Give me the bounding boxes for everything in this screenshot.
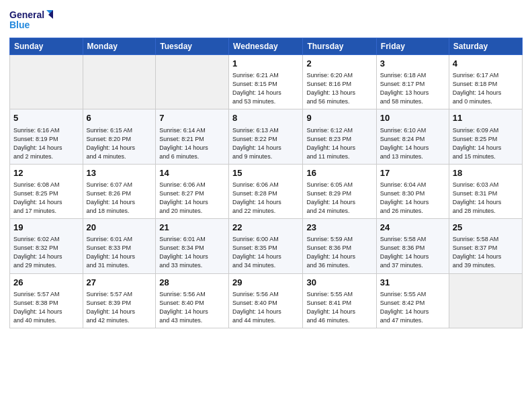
day-number: 6: [87, 112, 152, 124]
calendar-cell: 19Sunrise: 6:02 AM Sunset: 8:32 PM Dayli…: [10, 219, 83, 273]
week-row-4: 19Sunrise: 6:02 AM Sunset: 8:32 PM Dayli…: [10, 219, 523, 273]
day-number: 5: [13, 112, 79, 124]
calendar-cell: 4Sunrise: 6:17 AM Sunset: 8:18 PM Daylig…: [449, 55, 522, 109]
day-info: Sunrise: 6:13 AM Sunset: 8:22 PM Dayligh…: [232, 126, 299, 161]
header: General Blue: [9, 7, 523, 34]
calendar-cell: 30Sunrise: 5:55 AM Sunset: 8:41 PM Dayli…: [303, 273, 376, 328]
day-number: 11: [453, 112, 519, 124]
week-row-5: 26Sunrise: 5:57 AM Sunset: 8:38 PM Dayli…: [10, 273, 523, 328]
calendar-cell: [156, 55, 229, 109]
day-number: 30: [306, 277, 372, 289]
day-number: 13: [87, 167, 152, 179]
calendar-cell: [10, 55, 83, 109]
day-number: 29: [232, 277, 299, 289]
day-info: Sunrise: 5:55 AM Sunset: 8:42 PM Dayligh…: [380, 290, 445, 325]
calendar-cell: 31Sunrise: 5:55 AM Sunset: 8:42 PM Dayli…: [376, 273, 449, 328]
weekday-monday: Monday: [83, 38, 156, 55]
day-number: 1: [232, 58, 299, 70]
day-info: Sunrise: 6:14 AM Sunset: 8:21 PM Dayligh…: [159, 126, 225, 161]
day-number: 10: [380, 112, 445, 124]
day-number: 18: [453, 167, 519, 179]
day-info: Sunrise: 6:18 AM Sunset: 8:17 PM Dayligh…: [380, 71, 445, 106]
day-info: Sunrise: 6:09 AM Sunset: 8:25 PM Dayligh…: [453, 126, 519, 161]
day-number: 28: [159, 277, 225, 289]
day-number: 15: [232, 167, 299, 179]
day-info: Sunrise: 6:17 AM Sunset: 8:18 PM Dayligh…: [453, 71, 519, 106]
day-info: Sunrise: 5:59 AM Sunset: 8:36 PM Dayligh…: [306, 235, 372, 270]
day-number: 20: [87, 222, 152, 234]
day-info: Sunrise: 5:57 AM Sunset: 8:39 PM Dayligh…: [87, 290, 152, 325]
day-info: Sunrise: 6:03 AM Sunset: 8:31 PM Dayligh…: [453, 181, 519, 216]
week-row-2: 5Sunrise: 6:16 AM Sunset: 8:19 PM Daylig…: [10, 109, 523, 164]
calendar-cell: 29Sunrise: 5:56 AM Sunset: 8:40 PM Dayli…: [229, 273, 303, 328]
calendar-cell: [449, 273, 522, 328]
calendar-cell: 5Sunrise: 6:16 AM Sunset: 8:19 PM Daylig…: [10, 109, 83, 164]
calendar-cell: 1Sunrise: 6:21 AM Sunset: 8:15 PM Daylig…: [229, 55, 303, 109]
calendar-cell: 13Sunrise: 6:07 AM Sunset: 8:26 PM Dayli…: [83, 164, 156, 218]
calendar-cell: 11Sunrise: 6:09 AM Sunset: 8:25 PM Dayli…: [449, 109, 522, 164]
calendar-cell: 20Sunrise: 6:01 AM Sunset: 8:33 PM Dayli…: [83, 219, 156, 273]
calendar-cell: 8Sunrise: 6:13 AM Sunset: 8:22 PM Daylig…: [229, 109, 303, 164]
weekday-friday: Friday: [376, 38, 449, 55]
day-info: Sunrise: 5:56 AM Sunset: 8:40 PM Dayligh…: [159, 290, 225, 325]
calendar-cell: 21Sunrise: 6:01 AM Sunset: 8:34 PM Dayli…: [156, 219, 229, 273]
day-number: 9: [306, 112, 372, 124]
day-info: Sunrise: 6:15 AM Sunset: 8:20 PM Dayligh…: [87, 126, 152, 161]
day-info: Sunrise: 6:12 AM Sunset: 8:23 PM Dayligh…: [306, 126, 372, 161]
day-info: Sunrise: 6:07 AM Sunset: 8:26 PM Dayligh…: [87, 181, 152, 216]
day-info: Sunrise: 6:05 AM Sunset: 8:29 PM Dayligh…: [306, 181, 372, 216]
calendar-cell: 22Sunrise: 6:00 AM Sunset: 8:35 PM Dayli…: [229, 219, 303, 273]
day-info: Sunrise: 6:01 AM Sunset: 8:34 PM Dayligh…: [159, 235, 225, 270]
logo: General Blue: [9, 7, 56, 34]
calendar-cell: 3Sunrise: 6:18 AM Sunset: 8:17 PM Daylig…: [376, 55, 449, 109]
day-info: Sunrise: 6:20 AM Sunset: 8:16 PM Dayligh…: [306, 71, 372, 106]
week-row-3: 12Sunrise: 6:08 AM Sunset: 8:25 PM Dayli…: [10, 164, 523, 218]
calendar-cell: 23Sunrise: 5:59 AM Sunset: 8:36 PM Dayli…: [303, 219, 376, 273]
logo-svg: General Blue: [9, 7, 56, 34]
calendar-cell: [83, 55, 156, 109]
day-number: 2: [306, 58, 372, 70]
day-number: 25: [453, 222, 519, 234]
day-info: Sunrise: 6:06 AM Sunset: 8:28 PM Dayligh…: [232, 181, 299, 216]
day-number: 12: [13, 167, 79, 179]
calendar-cell: 6Sunrise: 6:15 AM Sunset: 8:20 PM Daylig…: [83, 109, 156, 164]
calendar-cell: 9Sunrise: 6:12 AM Sunset: 8:23 PM Daylig…: [303, 109, 376, 164]
day-info: Sunrise: 6:01 AM Sunset: 8:33 PM Dayligh…: [87, 235, 152, 270]
day-number: 23: [306, 222, 372, 234]
day-number: 27: [87, 277, 152, 289]
day-info: Sunrise: 6:16 AM Sunset: 8:19 PM Dayligh…: [13, 126, 79, 161]
day-number: 8: [232, 112, 299, 124]
weekday-header-row: SundayMondayTuesdayWednesdayThursdayFrid…: [10, 38, 523, 55]
weekday-tuesday: Tuesday: [156, 38, 229, 55]
weekday-sunday: Sunday: [10, 38, 83, 55]
day-number: 14: [159, 167, 225, 179]
day-number: 31: [380, 277, 445, 289]
calendar-cell: 14Sunrise: 6:06 AM Sunset: 8:27 PM Dayli…: [156, 164, 229, 218]
day-info: Sunrise: 5:58 AM Sunset: 8:36 PM Dayligh…: [380, 235, 445, 270]
svg-text:Blue: Blue: [9, 19, 30, 30]
calendar-cell: 17Sunrise: 6:04 AM Sunset: 8:30 PM Dayli…: [376, 164, 449, 218]
day-number: 4: [453, 58, 519, 70]
day-info: Sunrise: 6:00 AM Sunset: 8:35 PM Dayligh…: [232, 235, 299, 270]
calendar-cell: 15Sunrise: 6:06 AM Sunset: 8:28 PM Dayli…: [229, 164, 303, 218]
day-number: 22: [232, 222, 299, 234]
day-info: Sunrise: 5:56 AM Sunset: 8:40 PM Dayligh…: [232, 290, 299, 325]
calendar-cell: 2Sunrise: 6:20 AM Sunset: 8:16 PM Daylig…: [303, 55, 376, 109]
page: General Blue SundayMondayTuesdayWednesda…: [0, 0, 532, 411]
calendar-cell: 10Sunrise: 6:10 AM Sunset: 8:24 PM Dayli…: [376, 109, 449, 164]
day-info: Sunrise: 6:10 AM Sunset: 8:24 PM Dayligh…: [380, 126, 445, 161]
calendar-cell: 26Sunrise: 5:57 AM Sunset: 8:38 PM Dayli…: [10, 273, 83, 328]
day-number: 21: [159, 222, 225, 234]
calendar-cell: 16Sunrise: 6:05 AM Sunset: 8:29 PM Dayli…: [303, 164, 376, 218]
day-number: 16: [306, 167, 372, 179]
calendar-cell: 28Sunrise: 5:56 AM Sunset: 8:40 PM Dayli…: [156, 273, 229, 328]
calendar-cell: 25Sunrise: 5:58 AM Sunset: 8:37 PM Dayli…: [449, 219, 522, 273]
calendar-cell: 7Sunrise: 6:14 AM Sunset: 8:21 PM Daylig…: [156, 109, 229, 164]
calendar-cell: 18Sunrise: 6:03 AM Sunset: 8:31 PM Dayli…: [449, 164, 522, 218]
calendar-cell: 12Sunrise: 6:08 AM Sunset: 8:25 PM Dayli…: [10, 164, 83, 218]
day-number: 7: [159, 112, 225, 124]
svg-text:General: General: [9, 9, 44, 20]
day-info: Sunrise: 5:55 AM Sunset: 8:41 PM Dayligh…: [306, 290, 372, 325]
day-number: 24: [380, 222, 445, 234]
calendar-cell: 27Sunrise: 5:57 AM Sunset: 8:39 PM Dayli…: [83, 273, 156, 328]
